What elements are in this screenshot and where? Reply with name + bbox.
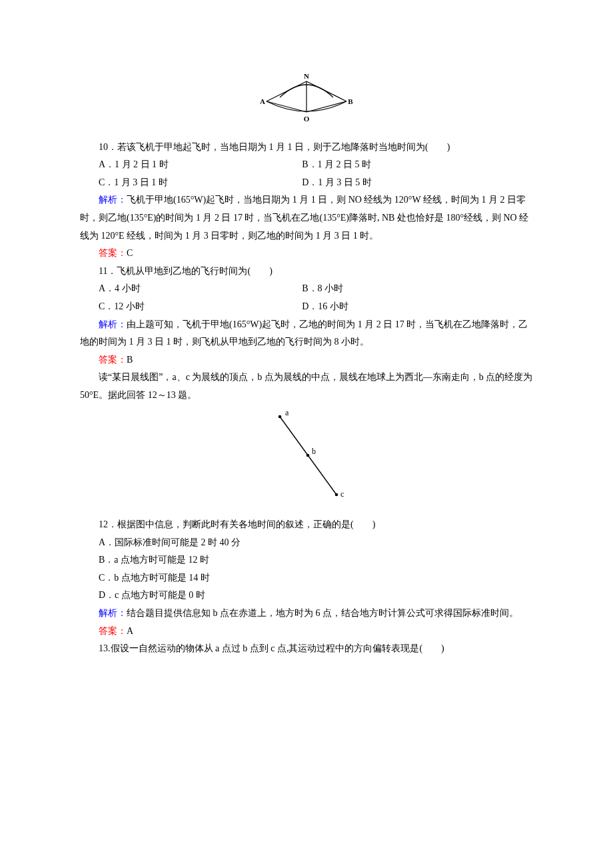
q10-answer: 答案：C [80, 245, 533, 263]
point-b [306, 453, 310, 457]
q12-analysis: 解析：结合题目提供信息知 b 点在赤道上，地方时为 6 点，结合地方时计算公式可… [80, 605, 533, 623]
q10-option-c: C．1 月 3 日 1 时 [80, 174, 302, 192]
q10-option-d: D．1 月 3 日 5 时 [302, 174, 533, 192]
q10-stem: 10．若该飞机于甲地起飞时，当地日期为 1 月 1 日，则于乙地降落时当地时间为… [80, 139, 533, 157]
terminator-svg: a b c [253, 405, 360, 505]
q12-option-d: D．c 点地方时可能是 0 时 [80, 587, 533, 605]
line-left-bottom [267, 101, 306, 112]
q11-options-row2: C．12 小时 D．16 小时 [80, 298, 533, 316]
q11-answer-text: B [127, 355, 133, 365]
label-n: N [304, 73, 309, 80]
point-c [335, 493, 338, 496]
q11-option-d: D．16 小时 [302, 298, 533, 316]
label-c: c [340, 489, 344, 499]
q11-option-c: C．12 小时 [80, 298, 302, 316]
point-a [279, 415, 282, 418]
q12-answer-text: A [127, 626, 133, 636]
q10-options-row2: C．1 月 3 日 1 时 D．1 月 3 日 5 时 [80, 174, 533, 192]
figure-terminator-line: a b c [80, 405, 533, 511]
label-b: B [348, 97, 353, 105]
q11-analysis-text: 由上题可知，飞机于甲地(165°W)起飞时，乙地的时间为 1 月 2 日 17 … [80, 319, 528, 347]
label-a: a [285, 408, 289, 417]
q12-stem: 12．根据图中信息，判断此时有关各地时间的叙述，正确的是( ) [80, 516, 533, 534]
q13-stem: 13.假设一自然运动的物体从 a 点过 b 点到 c 点,其运动过程中的方向偏转… [80, 640, 533, 658]
fan-diagram-svg: N O A B [260, 73, 353, 127]
answer-label: 答案： [99, 248, 127, 258]
analysis-label: 解析： [99, 195, 127, 205]
passage-2: 读“某日晨线图”，a、c 为晨线的顶点，b 点为晨线的中点，晨线在地球上为西北—… [80, 369, 533, 404]
q10-answer-text: C [127, 248, 133, 258]
label-b: b [312, 447, 316, 456]
q10-option-b: B．1 月 2 日 5 时 [302, 156, 533, 174]
q11-option-b: B．8 小时 [302, 280, 533, 298]
q10-option-a: A．1 月 2 日 1 时 [80, 156, 302, 174]
q11-options-row1: A．4 小时 B．8 小时 [80, 280, 533, 298]
figure-fan-diagram: N O A B [80, 73, 533, 133]
q12-option-a: A．国际标准时间可能是 2 时 40 分 [80, 534, 533, 552]
line-right-bottom [306, 101, 346, 112]
line-right-top [306, 81, 346, 101]
q10-analysis: 解析：飞机于甲地(165°W)起飞时，当地日期为 1 月 1 日，则 NO 经线… [80, 191, 533, 245]
label-o: O [304, 115, 310, 123]
q11-option-a: A．4 小时 [80, 280, 302, 298]
answer-label: 答案： [99, 626, 127, 636]
q12-option-b: B．a 点地方时可能是 12 时 [80, 551, 533, 569]
q10-options-row1: A．1 月 2 日 1 时 B．1 月 2 日 5 时 [80, 156, 533, 174]
document-page: N O A B 10．若该飞机于甲地起飞时，当地日期为 1 月 1 日，则于乙地… [0, 0, 613, 868]
label-a: A [260, 97, 265, 105]
q10-analysis-text: 飞机于甲地(165°W)起飞时，当地日期为 1 月 1 日，则 NO 经线为 1… [80, 195, 528, 240]
answer-label: 答案： [99, 355, 127, 365]
q12-option-c: C．b 点地方时可能是 14 时 [80, 569, 533, 587]
q11-answer: 答案：B [80, 351, 533, 369]
q12-answer: 答案：A [80, 623, 533, 641]
analysis-label: 解析： [99, 319, 127, 329]
q11-stem: 11．飞机从甲地到乙地的飞行时间为( ) [80, 263, 533, 281]
analysis-label: 解析： [99, 608, 127, 618]
q11-analysis: 解析：由上题可知，飞机于甲地(165°W)起飞时，乙地的时间为 1 月 2 日 … [80, 316, 533, 351]
q12-analysis-text: 结合题目提供信息知 b 点在赤道上，地方时为 6 点，结合地方时计算公式可求得国… [127, 608, 518, 618]
line-left-top [267, 81, 306, 101]
